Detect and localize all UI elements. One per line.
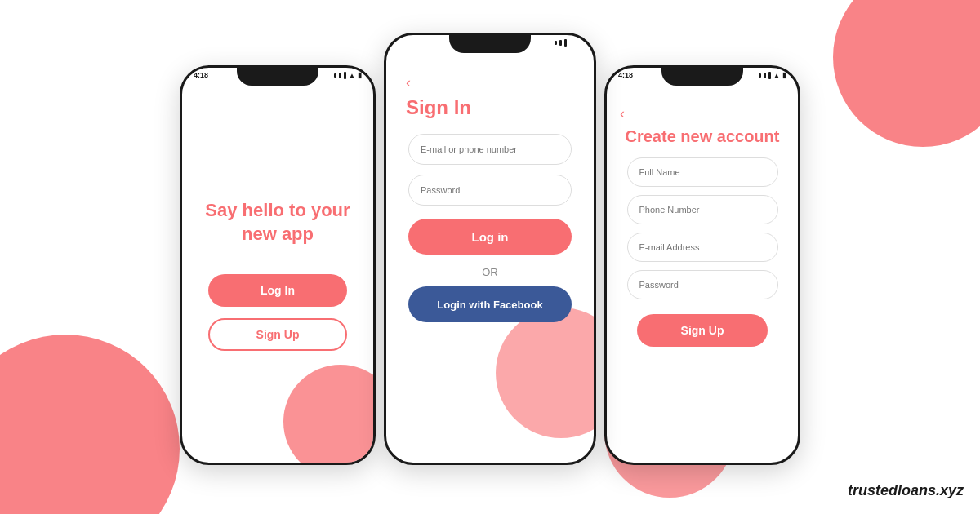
phone1-welcome-title: Say hello to your new app	[198, 199, 357, 246]
phone3-status-bar: 4:18 ▲ ▮	[607, 71, 798, 79]
phone3-back-arrow[interactable]: ‹	[620, 105, 785, 122]
watermark: trustedloans.xyz	[848, 482, 964, 499]
phone3-phone-input[interactable]	[627, 195, 778, 224]
phone2-content: ‹ Sign In Log in OR Login with Facebook	[386, 58, 594, 463]
phone2-email-input[interactable]	[408, 134, 572, 165]
signal-bar-8	[764, 73, 766, 78]
phone-create-account: 4:18 ▲ ▮ ‹ Create new account Sign Up	[604, 65, 800, 465]
phone1-status-bar: 4:18 ▲ ▮	[182, 71, 373, 79]
phone2-password-input[interactable]	[408, 175, 572, 206]
phone3-time: 4:18	[618, 71, 633, 79]
phone2-title: Sign In	[406, 96, 574, 119]
phone1-login-button[interactable]: Log In	[208, 274, 347, 307]
bg-blob-right-top	[833, 0, 980, 147]
phone1-signup-button[interactable]: Sign Up	[208, 318, 347, 351]
signal-bar-7	[759, 73, 761, 78]
phone-signin: ▲ ▮ ‹ Sign In Log in OR Login with Faceb…	[384, 33, 596, 465]
phone3-fullname-input[interactable]	[627, 157, 778, 187]
signal-bar-5	[559, 40, 562, 46]
phone3-email-input[interactable]	[627, 233, 778, 262]
phone2-status-icons: ▲ ▮	[555, 38, 582, 47]
signal-bar-1	[334, 73, 336, 78]
phones-container: 4:18 ▲ ▮ Say hello to your new app Log I…	[180, 41, 800, 473]
phone3-status-icons: ▲ ▮	[759, 71, 786, 79]
phone2-status-bar: ▲ ▮	[386, 38, 594, 47]
phone1-status-icons: ▲ ▮	[334, 71, 362, 79]
phone2-back-arrow[interactable]: ‹	[406, 74, 574, 91]
phone3-signup-button[interactable]: Sign Up	[637, 314, 768, 347]
phone3-password-input[interactable]	[627, 270, 778, 299]
signal-bar-4	[555, 41, 557, 45]
battery-icon-3: ▮	[782, 71, 786, 79]
wifi-icon-3: ▲	[773, 72, 780, 79]
signal-bar-6	[564, 39, 567, 47]
phone-welcome: 4:18 ▲ ▮ Say hello to your new app Log I…	[180, 65, 376, 465]
phone2-facebook-button[interactable]: Login with Facebook	[408, 286, 572, 322]
phone2-or-text: OR	[482, 266, 498, 278]
signal-bar-2	[339, 73, 341, 78]
phone2-login-button[interactable]: Log in	[408, 219, 572, 255]
phone1-content: Say hello to your new app Log In Sign Up	[182, 91, 373, 463]
wifi-icon: ▲	[349, 72, 355, 79]
signal-bar-9	[768, 72, 771, 79]
phone3-content: ‹ Create new account Sign Up	[607, 91, 798, 463]
phone3-title: Create new account	[620, 127, 785, 146]
battery-icon: ▮	[358, 71, 362, 79]
bg-blob-left	[0, 335, 180, 514]
signal-bar-3	[344, 72, 346, 79]
phone1-time: 4:18	[194, 71, 208, 79]
